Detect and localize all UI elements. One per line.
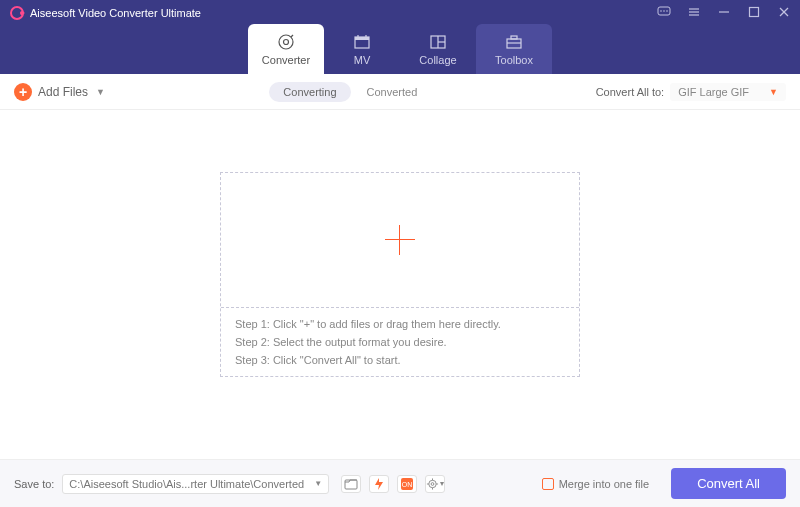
toolbar: + Add Files ▼ Converting Converted Conve… (0, 74, 800, 110)
merge-checkbox[interactable]: Merge into one file (542, 478, 650, 490)
merge-label: Merge into one file (559, 478, 650, 490)
titlebar: Aiseesoft Video Converter Ultimate Conve… (0, 0, 800, 74)
step-3: Step 3: Click "Convert All" to start. (235, 354, 565, 366)
tab-label: Toolbox (495, 54, 533, 66)
convert-all-to-label: Convert All to: (596, 86, 664, 98)
settings-button[interactable]: ▾ (425, 475, 445, 493)
add-plus-icon (385, 225, 415, 255)
tab-collage[interactable]: Collage (400, 24, 476, 74)
svg-point-27 (431, 482, 434, 485)
status-tabs: Converting Converted (269, 82, 431, 102)
drop-area[interactable] (221, 173, 579, 307)
footer-tools: ON ▾ (341, 475, 445, 493)
instructions: Step 1: Click "+" to add files or drag t… (221, 307, 579, 376)
status-tab-converted[interactable]: Converted (353, 82, 432, 102)
chevron-down-icon: ▼ (96, 87, 105, 97)
footer: Save to: C:\Aiseesoft Studio\Ais...rter … (0, 459, 800, 507)
save-path-value: C:\Aiseesoft Studio\Ais...rter Ultimate\… (69, 478, 304, 490)
close-icon[interactable] (776, 4, 792, 20)
svg-point-26 (429, 480, 436, 487)
open-folder-button[interactable] (341, 475, 361, 493)
svg-rect-8 (750, 8, 759, 17)
step-1: Step 1: Click "+" to add files or drag t… (235, 318, 565, 330)
add-files-button[interactable]: + Add Files ▼ (14, 83, 105, 101)
titlebar-top: Aiseesoft Video Converter Ultimate (0, 0, 800, 22)
step-2: Step 2: Select the output format you des… (235, 336, 565, 348)
caret-down-icon: ▼ (314, 479, 322, 488)
converter-icon (277, 33, 295, 51)
menu-icon[interactable] (686, 4, 702, 20)
tab-label: Collage (419, 54, 456, 66)
tab-mv[interactable]: MV (324, 24, 400, 74)
app-window: Aiseesoft Video Converter Ultimate Conve… (0, 0, 800, 507)
convert-all-button[interactable]: Convert All (671, 468, 786, 499)
app-logo-icon (10, 6, 24, 20)
svg-rect-23 (345, 480, 357, 489)
caret-down-icon: ▼ (769, 87, 778, 97)
status-tab-converting[interactable]: Converting (269, 82, 350, 102)
toolbox-icon (505, 33, 523, 51)
svg-rect-21 (511, 36, 517, 39)
window-controls (656, 4, 792, 20)
svg-point-1 (660, 10, 662, 12)
format-value: GIF Large GIF (678, 86, 749, 98)
tab-label: Converter (262, 54, 310, 66)
checkbox-icon (542, 478, 554, 490)
save-to-label: Save to: (14, 478, 54, 490)
feedback-icon[interactable] (656, 4, 672, 20)
app-title: Aiseesoft Video Converter Ultimate (30, 7, 201, 19)
svg-point-2 (663, 10, 665, 12)
high-speed-button[interactable]: ON (397, 475, 417, 493)
add-files-label: Add Files (38, 85, 88, 99)
save-path-select[interactable]: C:\Aiseesoft Studio\Ais...rter Ultimate\… (62, 474, 329, 494)
svg-point-3 (666, 10, 668, 12)
main-area: Step 1: Click "+" to add files or drag t… (0, 110, 800, 459)
maximize-icon[interactable] (746, 4, 762, 20)
format-select[interactable]: GIF Large GIF ▼ (670, 83, 786, 101)
tab-converter[interactable]: Converter (248, 24, 324, 74)
tab-label: MV (354, 54, 371, 66)
minimize-icon[interactable] (716, 4, 732, 20)
gpu-accel-button[interactable] (369, 475, 389, 493)
svg-rect-14 (355, 37, 369, 40)
svg-text:ON: ON (402, 481, 413, 488)
plus-circle-icon: + (14, 83, 32, 101)
svg-point-11 (279, 35, 293, 49)
main-tabs: Converter MV Collage Toolbox (0, 22, 800, 74)
convert-all-to: Convert All to: GIF Large GIF ▼ (596, 83, 786, 101)
tab-toolbox[interactable]: Toolbox (476, 24, 552, 74)
drop-zone[interactable]: Step 1: Click "+" to add files or drag t… (220, 172, 580, 377)
mv-icon (353, 33, 371, 51)
collage-icon (429, 33, 447, 51)
svg-point-12 (284, 39, 289, 44)
